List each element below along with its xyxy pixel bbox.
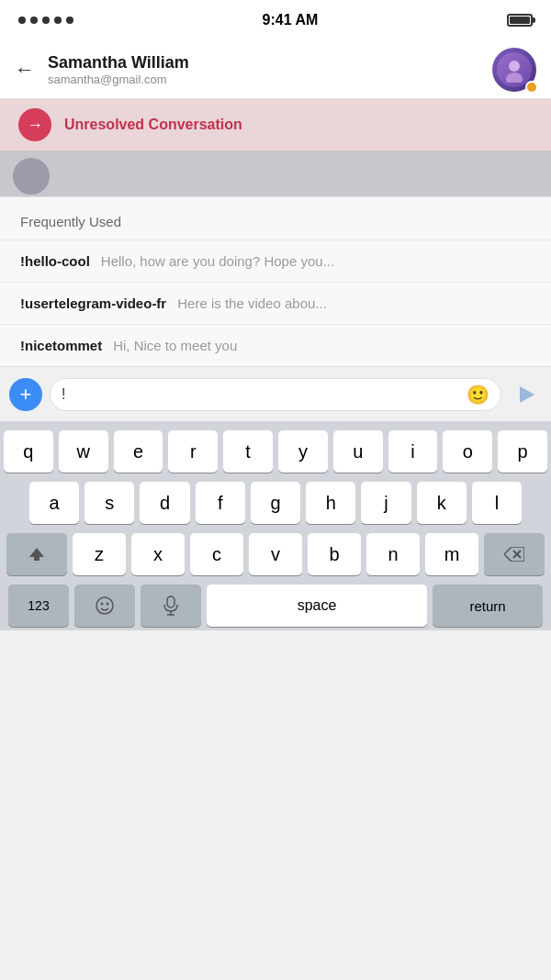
dot-3 — [42, 17, 50, 24]
key-y[interactable]: y — [278, 430, 328, 473]
key-row-3: z x c v b n m — [4, 533, 547, 575]
battery-icon — [507, 14, 533, 27]
svg-marker-2 — [29, 548, 44, 561]
key-v[interactable]: v — [249, 533, 302, 575]
dot-2 — [30, 17, 38, 24]
key-row-bottom: 123 space return — [4, 585, 547, 627]
key-o[interactable]: o — [443, 430, 492, 473]
avatar-inner — [497, 52, 532, 87]
key-row-2: a s d f g h j k l — [4, 482, 547, 524]
key-s[interactable]: s — [84, 482, 134, 524]
key-n[interactable]: n — [366, 533, 420, 575]
key-p[interactable]: p — [498, 430, 547, 473]
num-key[interactable]: 123 — [8, 585, 69, 627]
suggestion-shortcut-3: !nicetommet — [20, 338, 102, 353]
suggestion-item-2[interactable]: !usertelegram-video-fr Here is the video… — [0, 282, 551, 324]
emoji-keyboard-icon — [95, 596, 115, 616]
avatar-badge — [525, 81, 538, 94]
emoji-key[interactable] — [74, 585, 135, 627]
key-d[interactable]: d — [140, 482, 189, 524]
svg-point-7 — [101, 603, 104, 606]
key-e[interactable]: e — [114, 430, 163, 473]
svg-point-0 — [509, 61, 520, 72]
battery-fill — [510, 17, 530, 24]
key-t[interactable]: t — [223, 430, 273, 473]
signal-dots — [18, 17, 73, 24]
unresolved-text: Unresolved Conversation — [64, 117, 242, 133]
key-c[interactable]: c — [190, 533, 243, 575]
shift-icon — [28, 545, 46, 563]
suggestions-header: Frequently Used — [0, 197, 551, 239]
backspace-icon — [504, 547, 524, 562]
key-row-1: q w e r t y u i o p — [4, 430, 547, 473]
avatar[interactable] — [492, 48, 536, 92]
suggestions-panel: Frequently Used !hello-cool Hello, how a… — [0, 196, 551, 366]
key-z[interactable]: z — [73, 533, 126, 575]
status-time: 9:41 AM — [263, 12, 319, 28]
chat-area — [0, 150, 551, 196]
svg-point-6 — [96, 597, 113, 614]
key-u[interactable]: u — [333, 430, 383, 473]
send-button[interactable] — [509, 378, 542, 411]
key-w[interactable]: w — [59, 430, 108, 473]
key-a[interactable]: a — [29, 482, 79, 524]
suggestion-preview-1: Hello, how are you doing? Hope you... — [101, 253, 334, 269]
dot-1 — [18, 17, 26, 24]
suggestion-preview-2: Here is the video abou... — [177, 295, 327, 311]
key-l[interactable]: l — [472, 482, 522, 524]
shift-key[interactable] — [6, 533, 67, 575]
key-q[interactable]: q — [4, 430, 53, 473]
back-button[interactable]: ← — [15, 58, 35, 82]
emoji-button[interactable]: 🙂 — [467, 384, 489, 406]
key-x[interactable]: x — [131, 533, 185, 575]
key-m[interactable]: m — [425, 533, 478, 575]
suggestion-shortcut-2: !usertelegram-video-fr — [20, 295, 166, 311]
svg-marker-3 — [504, 547, 524, 562]
key-j[interactable]: j — [361, 482, 410, 524]
key-i[interactable]: i — [388, 430, 438, 473]
key-r[interactable]: r — [168, 430, 218, 473]
plus-icon: + — [20, 383, 32, 406]
key-k[interactable]: k — [417, 482, 467, 524]
key-h[interactable]: h — [306, 482, 355, 524]
send-icon — [520, 386, 534, 403]
contact-name: Samantha William — [48, 53, 479, 72]
space-key[interactable]: space — [207, 585, 427, 627]
unresolved-icon: → — [18, 108, 51, 141]
suggestion-shortcut-1: !hello-cool — [20, 253, 90, 269]
input-text[interactable]: ! — [62, 386, 461, 403]
suggestion-item-3[interactable]: !nicetommet Hi, Nice to meet you — [0, 324, 551, 366]
suggestion-preview-3: Hi, Nice to meet you — [113, 338, 237, 353]
return-key[interactable]: return — [433, 585, 543, 627]
key-b[interactable]: b — [308, 533, 361, 575]
key-f[interactable]: f — [196, 482, 245, 524]
svg-point-1 — [506, 72, 523, 83]
input-field-wrap: ! 🙂 — [50, 378, 501, 411]
input-bar: + ! 🙂 — [0, 366, 551, 421]
chat-bubble — [13, 158, 50, 195]
key-g[interactable]: g — [251, 482, 300, 524]
suggestion-item-1[interactable]: !hello-cool Hello, how are you doing? Ho… — [0, 239, 551, 282]
svg-rect-9 — [167, 596, 174, 607]
add-button[interactable]: + — [9, 378, 42, 411]
keyboard: q w e r t y u i o p a s d f g h j k l z … — [0, 421, 551, 630]
suggestions-title: Frequently Used — [20, 214, 121, 229]
backspace-key[interactable] — [484, 533, 545, 575]
status-bar: 9:41 AM — [0, 0, 551, 40]
contact-email: samantha@gmail.com — [48, 72, 479, 86]
chat-header: ← Samantha William samantha@gmail.com — [0, 40, 551, 99]
contact-info: Samantha William samantha@gmail.com — [48, 53, 479, 86]
svg-point-8 — [107, 603, 109, 606]
mic-icon — [163, 596, 179, 616]
dot-5 — [66, 17, 73, 24]
unresolved-banner[interactable]: → Unresolved Conversation — [0, 99, 551, 150]
mic-key[interactable] — [141, 585, 201, 627]
avatar-figure-icon — [501, 57, 527, 83]
dot-4 — [54, 17, 62, 24]
